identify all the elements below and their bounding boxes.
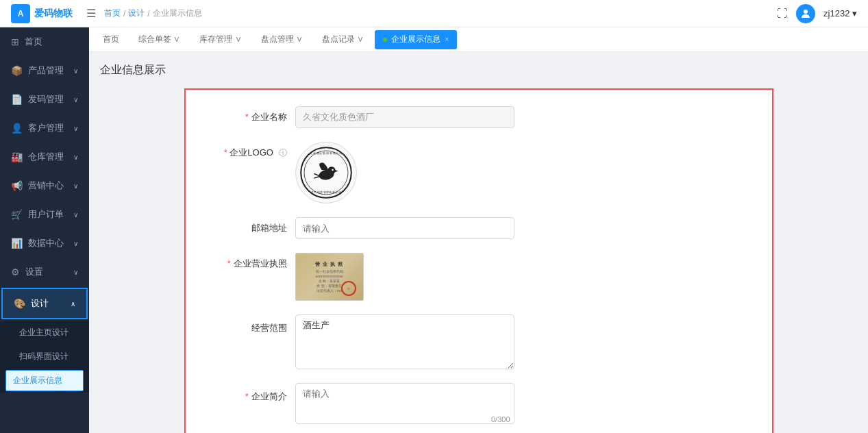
form-row-license: 企业营业执照 营 业 执 照 统一社会信用代码 xxxxxxxxxxxxxxxx…: [213, 253, 745, 301]
sidebar-item-customer[interactable]: 👤 客户管理 ∨: [0, 114, 89, 143]
main-layout: ⊞ 首页 📦 产品管理 ∨ 📄 发码管理 ∨ 👤 客户管理 ∨ 🏭 仓库管理 ∨…: [0, 27, 868, 433]
breadcrumb-design[interactable]: 设计: [128, 8, 145, 19]
home-icon: ⊞: [11, 36, 19, 47]
content-area: 首页 综合单签 ∨ 库存管理 ∨ 盘点管理 ∨ 盘点记录 ∨ 企业展示信息 × …: [89, 27, 868, 433]
breadcrumb: ☰ 首页 / 设计 / 企业展示信息: [86, 7, 202, 20]
sidebar-item-orders[interactable]: 🛒 用户订单 ∨: [0, 200, 89, 229]
form-row-intro: 企业简介 0/300: [213, 383, 745, 426]
logo-label: 企业LOGO ⓘ: [213, 142, 295, 164]
sidebar-label-customer: 客户管理: [28, 122, 64, 134]
menu-icon: ☰: [86, 7, 96, 20]
user-avatar: [796, 4, 815, 23]
intro-char-count: 0/300: [491, 415, 510, 423]
form-container: 企业名称 企业LOGO ⓘ: [184, 88, 773, 433]
sidebar-item-invoice[interactable]: 📄 发码管理 ∨: [0, 85, 89, 114]
active-tab-dot: [383, 38, 387, 42]
sidebar-item-settings[interactable]: ⚙ 设置 ∨: [0, 258, 89, 286]
license-upload-area[interactable]: 营 业 执 照 统一社会信用代码 xxxxxxxxxxxxxxxx 名 称：某某…: [295, 253, 364, 301]
svg-text:文化酒业股份有限公司: 文化酒业股份有限公司: [310, 151, 343, 155]
sidebar-item-product[interactable]: 📦 产品管理 ∨: [0, 56, 89, 85]
sidebar-sub-design: 企业主页设计 扫码界面设计 企业展示信息: [0, 321, 89, 393]
tab-bar: 首页 综合单签 ∨ 库存管理 ∨ 盘点管理 ∨ 盘点记录 ∨ 企业展示信息 ×: [89, 27, 868, 52]
marketing-icon: 📢: [11, 180, 23, 191]
license-body: 统一社会信用代码 xxxxxxxxxxxxxxxx 名 称：某某某 类 型：有限…: [316, 269, 343, 293]
chevron-down-icon-2: ∨: [73, 96, 78, 103]
sidebar-item-design[interactable]: 🎨 设计 ∧: [1, 288, 88, 319]
tab-home[interactable]: 首页: [95, 30, 127, 49]
logo-area: A 爱码物联: [11, 4, 73, 23]
svg-text:生产经营管理体系认证: 生产经营管理体系认证: [311, 190, 341, 194]
chevron-down-icon-3: ∨: [73, 125, 78, 132]
sidebar: ⊞ 首页 📦 产品管理 ∨ 📄 发码管理 ∨ 👤 客户管理 ∨ 🏭 仓库管理 ∨…: [0, 27, 89, 433]
invoice-icon: 📄: [11, 94, 23, 105]
email-input[interactable]: [295, 217, 514, 239]
scope-textarea[interactable]: 酒生产: [295, 314, 514, 369]
info-icon: ⓘ: [279, 148, 287, 158]
chevron-up-icon: ∧: [71, 300, 75, 308]
tab-库存管理[interactable]: 库存管理 ∨: [191, 30, 249, 49]
sidebar-label-warehouse: 仓库管理: [28, 151, 64, 163]
scope-label: 经营范围: [213, 317, 295, 339]
sidebar-item-home[interactable]: ⊞ 首页: [0, 27, 89, 56]
svg-point-5: [332, 169, 333, 171]
sidebar-label-marketing: 营销中心: [28, 180, 64, 192]
customer-icon: 👤: [11, 123, 23, 134]
user-name[interactable]: zj1232 ▾: [823, 8, 857, 18]
company-name-label: 企业名称: [213, 106, 295, 128]
sidebar-item-data[interactable]: 📊 数据中心 ∨: [0, 229, 89, 258]
license-label: 企业营业执照: [213, 253, 295, 275]
page-title: 企业信息展示: [100, 63, 857, 77]
email-label: 邮箱地址: [213, 217, 295, 239]
tab-综合单签[interactable]: 综合单签 ∨: [130, 30, 188, 49]
orders-icon: 🛒: [11, 209, 23, 220]
sidebar-label-orders: 用户订单: [28, 208, 64, 221]
tab-close-icon[interactable]: ×: [445, 36, 449, 43]
bird-logo-svg: 文化酒业股份有限公司 生产经营管理体系认证: [299, 145, 354, 200]
logo-upload-area[interactable]: 文化酒业股份有限公司 生产经营管理体系认证: [295, 142, 357, 203]
page-content: 企业信息展示 企业名称 企业LOGO ⓘ: [89, 52, 868, 433]
form-row-logo: 企业LOGO ⓘ: [213, 142, 745, 203]
warehouse-icon: 🏭: [11, 151, 23, 162]
chevron-down-icon: ∨: [73, 67, 78, 75]
design-icon: 🎨: [14, 298, 25, 309]
chevron-down-icon-8: ∨: [73, 269, 78, 276]
intro-textarea[interactable]: [295, 383, 514, 424]
tab-盘点管理[interactable]: 盘点管理 ∨: [253, 30, 311, 49]
sidebar-label-product: 产品管理: [28, 64, 64, 77]
sidebar-label-home: 首页: [25, 36, 42, 48]
chevron-down-icon-7: ∨: [73, 240, 78, 247]
breadcrumb-current: 企业展示信息: [153, 8, 202, 19]
sidebar-label-invoice: 发码管理: [28, 93, 64, 106]
settings-icon: ⚙: [11, 267, 20, 277]
top-header: A 爱码物联 ☰ 首页 / 设计 / 企业展示信息 ⛶ zj1232 ▾: [0, 0, 868, 27]
product-icon: 📦: [11, 65, 23, 76]
sidebar-item-marketing[interactable]: 📢 营销中心 ∨: [0, 171, 89, 200]
sidebar-label-design: 设计: [31, 297, 49, 310]
chevron-down-icon-5: ∨: [73, 182, 78, 190]
app-logo-icon: A: [11, 4, 30, 23]
tab-企业展示信息[interactable]: 企业展示信息 ×: [375, 30, 457, 49]
header-right: ⛶ zj1232 ▾: [777, 4, 857, 23]
sidebar-label-settings: 设置: [25, 266, 43, 278]
breadcrumb-home[interactable]: 首页: [104, 8, 121, 19]
tab-盘点记录[interactable]: 盘点记录 ∨: [314, 30, 372, 49]
svg-point-0: [804, 10, 808, 14]
form-row-scope: 经营范围 酒生产: [213, 314, 745, 369]
sidebar-sub-qr-design[interactable]: 扫码界面设计: [0, 345, 89, 369]
sidebar-label-data: 数据中心: [28, 237, 64, 249]
svg-point-4: [327, 166, 335, 174]
app-logo-text: 爱码物联: [34, 8, 73, 20]
chevron-down-icon-6: ∨: [73, 211, 78, 219]
form-row-email: 邮箱地址: [213, 217, 745, 239]
intro-wrapper: 0/300: [295, 383, 514, 426]
form-row-company-name: 企业名称: [213, 106, 745, 128]
license-seal: 印: [341, 281, 356, 296]
intro-label: 企业简介: [213, 386, 295, 408]
company-name-input[interactable]: [295, 106, 514, 128]
sidebar-sub-company-info[interactable]: 企业展示信息: [5, 370, 84, 391]
sidebar-item-warehouse[interactable]: 🏭 仓库管理 ∨: [0, 143, 89, 171]
chevron-down-icon-4: ∨: [73, 153, 78, 161]
expand-icon[interactable]: ⛶: [777, 8, 788, 20]
sidebar-sub-homepage-design[interactable]: 企业主页设计: [0, 321, 89, 345]
data-icon: 📊: [11, 238, 23, 249]
